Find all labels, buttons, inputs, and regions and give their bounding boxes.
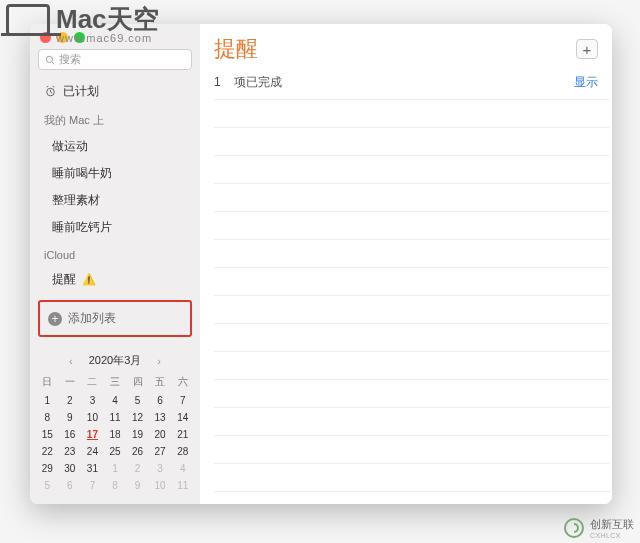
brand-logo-icon bbox=[564, 518, 584, 538]
cal-day[interactable]: 13 bbox=[149, 409, 172, 426]
cal-dow: 三 bbox=[104, 372, 127, 392]
list-title: 提醒 bbox=[214, 34, 258, 64]
cal-dow: 二 bbox=[81, 372, 104, 392]
show-completed-button[interactable]: 显示 bbox=[574, 74, 598, 91]
device-icon bbox=[6, 4, 50, 36]
cal-day[interactable]: 11 bbox=[104, 409, 127, 426]
cal-day[interactable]: 8 bbox=[36, 409, 59, 426]
sidebar-list-item[interactable]: 提醒 ⚠️ bbox=[30, 266, 200, 290]
cal-day[interactable]: 5 bbox=[126, 392, 149, 409]
cal-day[interactable]: 1 bbox=[104, 460, 127, 477]
reminders-window: 搜索 已计划 我的 Mac 上 做运动睡前喝牛奶整理素材睡前吃钙片 iCloud… bbox=[30, 24, 612, 504]
add-list-button[interactable]: + 添加列表 bbox=[38, 300, 192, 337]
cal-day[interactable]: 26 bbox=[126, 443, 149, 460]
search-icon bbox=[45, 55, 55, 65]
sidebar-scheduled[interactable]: 已计划 bbox=[30, 78, 200, 105]
cal-day[interactable]: 30 bbox=[59, 460, 82, 477]
cal-day[interactable]: 17 bbox=[81, 426, 104, 443]
footer-brand: 创新互联 CXHLCX bbox=[564, 517, 634, 539]
cal-day[interactable]: 31 bbox=[81, 460, 104, 477]
cal-prev[interactable]: ‹ bbox=[63, 355, 79, 367]
cal-dow: 六 bbox=[171, 372, 194, 392]
cal-dow: 一 bbox=[59, 372, 82, 392]
add-reminder-button[interactable]: + bbox=[576, 39, 598, 59]
cal-day[interactable]: 16 bbox=[59, 426, 82, 443]
cal-day[interactable]: 18 bbox=[104, 426, 127, 443]
cal-day[interactable]: 7 bbox=[171, 392, 194, 409]
cal-day[interactable]: 11 bbox=[171, 477, 194, 494]
completed-row: 1 项已完成 显示 bbox=[200, 70, 612, 99]
cal-day[interactable]: 27 bbox=[149, 443, 172, 460]
svg-line-1 bbox=[52, 61, 55, 64]
cal-day[interactable]: 7 bbox=[81, 477, 104, 494]
sidebar: 搜索 已计划 我的 Mac 上 做运动睡前喝牛奶整理素材睡前吃钙片 iCloud… bbox=[30, 24, 200, 504]
cal-day[interactable]: 2 bbox=[59, 392, 82, 409]
cal-day[interactable]: 28 bbox=[171, 443, 194, 460]
sidebar-list-item[interactable]: 整理素材 bbox=[30, 187, 200, 214]
cal-day[interactable]: 22 bbox=[36, 443, 59, 460]
completed-count: 1 bbox=[214, 75, 221, 89]
cal-day[interactable]: 8 bbox=[104, 477, 127, 494]
cal-day[interactable]: 24 bbox=[81, 443, 104, 460]
cal-dow: 五 bbox=[149, 372, 172, 392]
cal-day[interactable]: 19 bbox=[126, 426, 149, 443]
cal-day[interactable]: 6 bbox=[149, 392, 172, 409]
brand-name: 创新互联 bbox=[590, 518, 634, 530]
sidebar-section-icloud: iCloud bbox=[30, 241, 200, 266]
cal-day[interactable]: 3 bbox=[149, 460, 172, 477]
cal-day[interactable]: 9 bbox=[126, 477, 149, 494]
cal-title: 2020年3月 bbox=[89, 353, 142, 368]
main-panel: 提醒 + 1 项已完成 显示 bbox=[200, 24, 612, 504]
cal-day[interactable]: 4 bbox=[171, 460, 194, 477]
sidebar-list-item[interactable]: 睡前吃钙片 bbox=[30, 214, 200, 241]
completed-label: 项已完成 bbox=[234, 75, 282, 89]
cal-day[interactable]: 14 bbox=[171, 409, 194, 426]
cal-day[interactable]: 12 bbox=[126, 409, 149, 426]
cal-day[interactable]: 4 bbox=[104, 392, 127, 409]
plus-circle-icon: + bbox=[48, 312, 62, 326]
add-list-label: 添加列表 bbox=[68, 310, 116, 327]
cal-next[interactable]: › bbox=[151, 355, 167, 367]
cal-day[interactable]: 9 bbox=[59, 409, 82, 426]
sidebar-list-item[interactable]: 睡前喝牛奶 bbox=[30, 160, 200, 187]
cal-day[interactable]: 5 bbox=[36, 477, 59, 494]
site-watermark: Mac天空 www.mac69.com bbox=[6, 2, 159, 37]
cal-dow: 日 bbox=[36, 372, 59, 392]
cal-day[interactable]: 3 bbox=[81, 392, 104, 409]
cal-day[interactable]: 20 bbox=[149, 426, 172, 443]
search-placeholder: 搜索 bbox=[59, 52, 81, 67]
svg-point-0 bbox=[46, 56, 52, 62]
search-input[interactable]: 搜索 bbox=[38, 49, 192, 70]
cal-day[interactable]: 29 bbox=[36, 460, 59, 477]
sidebar-list-item[interactable]: 做运动 bbox=[30, 133, 200, 160]
cal-day[interactable]: 10 bbox=[81, 409, 104, 426]
cal-day[interactable]: 1 bbox=[36, 392, 59, 409]
cal-day[interactable]: 23 bbox=[59, 443, 82, 460]
brand-sub: CXHLCX bbox=[590, 532, 634, 539]
mini-calendar: ‹ 2020年3月 › 日一二三四五六123456789101112131415… bbox=[30, 343, 200, 504]
sidebar-section-local: 我的 Mac 上 bbox=[30, 105, 200, 133]
watermark-subtitle: www.mac69.com bbox=[56, 32, 152, 44]
cal-day[interactable]: 15 bbox=[36, 426, 59, 443]
cal-day[interactable]: 25 bbox=[104, 443, 127, 460]
cal-day[interactable]: 6 bbox=[59, 477, 82, 494]
reminders-list-area[interactable] bbox=[214, 99, 610, 500]
warning-icon: ⚠️ bbox=[82, 273, 96, 286]
cal-day[interactable]: 2 bbox=[126, 460, 149, 477]
cal-day[interactable]: 10 bbox=[149, 477, 172, 494]
cal-day[interactable]: 21 bbox=[171, 426, 194, 443]
scheduled-label: 已计划 bbox=[63, 83, 99, 100]
cal-dow: 四 bbox=[126, 372, 149, 392]
alarm-icon bbox=[44, 85, 57, 98]
